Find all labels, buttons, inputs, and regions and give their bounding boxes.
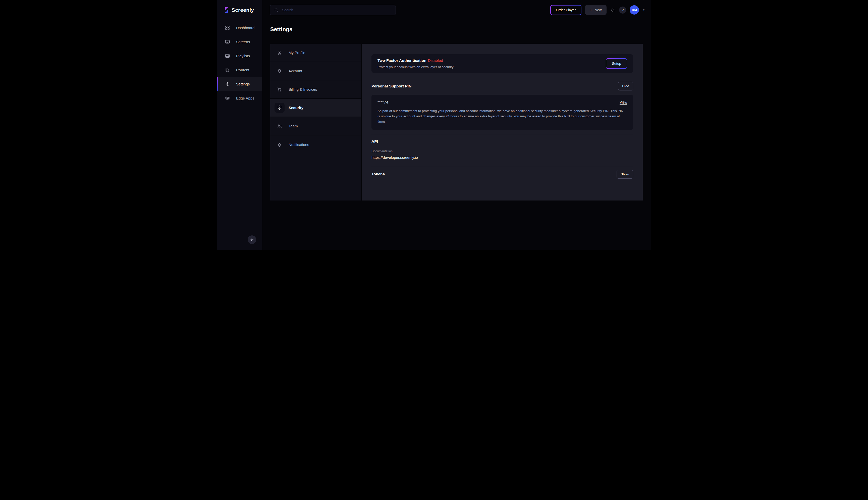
dashboard-icon <box>225 25 230 31</box>
tokens-header: Tokens Show <box>371 170 633 179</box>
show-tokens-button[interactable]: Show <box>616 170 633 179</box>
support-pin-header: Personal Support PIN Hide <box>371 82 633 90</box>
shield-keyhole-icon <box>277 105 282 111</box>
settings-nav-billing[interactable]: Billing & Invoices <box>270 80 361 99</box>
security-icon-plate <box>275 103 285 113</box>
help-button[interactable]: ? <box>619 7 626 14</box>
right-column: Order Player + New ? DM ▾ Se <box>262 0 651 250</box>
view-pin-link[interactable]: View <box>620 100 627 104</box>
setup-2fa-button[interactable]: Setup <box>606 58 627 69</box>
bell-icon <box>277 142 282 147</box>
two-factor-card: Two-Factor AuthenticationDisabled Protec… <box>371 54 633 73</box>
sidebar-item-label: Playlists <box>236 54 250 58</box>
search-box <box>270 5 396 15</box>
order-player-button[interactable]: Order Player <box>550 5 581 15</box>
sidebar-item-label: Dashboard <box>236 26 254 30</box>
pin-value-row: ****74 View <box>378 100 627 104</box>
user-avatar[interactable]: DM <box>630 5 639 14</box>
screens-icon <box>225 39 230 45</box>
two-factor-description: Protect your account with an extra layer… <box>378 65 454 69</box>
settings-nav-label: Security <box>289 105 303 110</box>
api-documentation-label: Documentation <box>371 149 633 153</box>
two-factor-text: Two-Factor AuthenticationDisabled Protec… <box>378 58 454 69</box>
two-factor-status-badge: Disabled <box>428 58 443 62</box>
settings-nav-label: Billing & Invoices <box>289 87 317 91</box>
sidebar-item-label: Settings <box>236 82 250 86</box>
sidebar-item-screens[interactable]: Screens <box>217 35 262 49</box>
collapse-sidebar-button[interactable] <box>248 236 256 244</box>
main-nav: Dashboard Screens Playlists <box>217 20 262 105</box>
chevron-down-icon: ▾ <box>643 8 645 11</box>
settings-nav: My Profile Account <box>270 44 362 201</box>
sidebar-item-dashboard[interactable]: Dashboard <box>217 21 262 35</box>
sidebar-item-label: Edge Apps <box>236 96 254 100</box>
search-input[interactable] <box>270 5 396 15</box>
person-icon <box>277 50 282 56</box>
content-icon <box>225 67 230 72</box>
pin-masked-value: ****74 <box>378 100 388 104</box>
section-divider <box>371 78 633 78</box>
page-title: Settings <box>270 26 643 33</box>
new-button[interactable]: + New <box>585 5 607 15</box>
api-documentation-link[interactable]: https://developer.screenly.io <box>371 155 418 160</box>
cart-icon <box>277 87 282 92</box>
settings-nav-my-profile[interactable]: My Profile <box>270 44 361 62</box>
topbar-actions: Order Player + New ? DM ▾ <box>550 5 645 15</box>
support-pin-card: ****74 View As part of our commitment to… <box>371 95 633 130</box>
security-panel: Two-Factor AuthenticationDisabled Protec… <box>362 44 643 201</box>
brand-name: Screenly <box>232 7 254 13</box>
app-sidebar: Screenly Dashboard Screens <box>217 0 262 250</box>
user-menu-caret[interactable]: ▾ <box>643 8 645 12</box>
topbar: Order Player + New ? DM ▾ <box>262 0 651 20</box>
settings-nav-label: Team <box>289 124 298 128</box>
arrow-left-icon <box>250 237 254 242</box>
new-button-label: New <box>594 8 602 12</box>
settings-nav-team[interactable]: Team <box>270 117 361 135</box>
settings-nav-label: Notifications <box>289 143 309 147</box>
screenly-logo-icon <box>223 7 230 13</box>
sidebar-item-settings[interactable]: Settings <box>217 77 262 91</box>
settings-nav-notifications[interactable]: Notifications <box>270 135 361 154</box>
api-heading: API <box>371 139 633 144</box>
bell-icon <box>610 7 616 13</box>
settings-nav-security[interactable]: Security <box>270 99 361 117</box>
account-gear-icon <box>277 68 282 74</box>
sidebar-item-edge-apps[interactable]: Edge Apps <box>217 91 262 105</box>
main-content: Settings My Profile <box>262 20 651 250</box>
notifications-bell-button[interactable] <box>610 7 616 13</box>
settings-gear-icon <box>225 81 230 87</box>
support-pin-heading: Personal Support PIN <box>371 84 412 89</box>
sidebar-item-playlists[interactable]: Playlists <box>217 49 262 63</box>
settings-panels: My Profile Account <box>270 44 643 201</box>
two-factor-title: Two-Factor AuthenticationDisabled <box>378 58 454 63</box>
sidebar-item-content[interactable]: Content <box>217 63 262 77</box>
two-factor-title-text: Two-Factor Authentication <box>378 58 427 62</box>
search-icon <box>274 8 279 13</box>
edge-apps-chip-icon <box>225 95 230 101</box>
hide-pin-button[interactable]: Hide <box>618 82 633 90</box>
app-root: Screenly Dashboard Screens <box>217 0 651 250</box>
section-divider <box>371 135 633 135</box>
playlists-icon <box>225 53 230 58</box>
brand-logo[interactable]: Screenly <box>217 0 262 20</box>
sidebar-item-label: Content <box>236 68 250 72</box>
settings-nav-label: My Profile <box>289 50 305 55</box>
settings-nav-label: Account <box>289 69 302 73</box>
pin-description: As part of our commitment to protecting … <box>378 109 626 124</box>
plus-icon: + <box>590 8 592 12</box>
team-icon <box>277 123 282 129</box>
sidebar-item-label: Screens <box>236 40 250 44</box>
tokens-heading: Tokens <box>371 172 385 177</box>
settings-nav-account[interactable]: Account <box>270 62 361 80</box>
